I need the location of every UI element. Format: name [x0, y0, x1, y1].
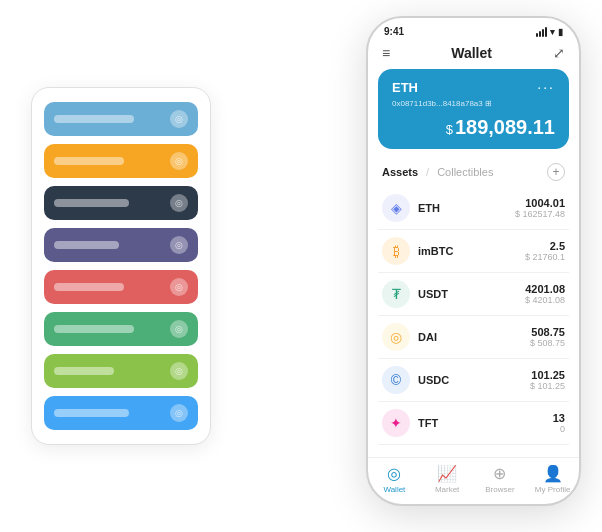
card-item-4[interactable]: ◎: [44, 270, 198, 304]
asset-usd-5: 0: [553, 424, 565, 434]
nav-label-3: My Profile: [535, 485, 571, 494]
phone-header: ≡ Wallet ⤢: [368, 41, 579, 69]
card-icon-1: ◎: [170, 152, 188, 170]
asset-icon-4: ©: [382, 366, 410, 394]
assets-header: Assets / Collectibles +: [368, 159, 579, 187]
asset-amounts-2: 4201.08 $ 4201.08: [525, 283, 565, 305]
balance-amount: 189,089.11: [455, 116, 555, 138]
nav-item-browser[interactable]: ⊕ Browser: [474, 464, 527, 494]
card-stack: ◎ ◎ ◎ ◎ ◎ ◎ ◎ ◎: [31, 87, 211, 445]
asset-amount-3: 508.75: [530, 326, 565, 338]
eth-card-balance: $189,089.11: [392, 116, 555, 139]
eth-card-header: ETH ···: [392, 79, 555, 95]
page-title: Wallet: [451, 45, 492, 61]
assets-tabs: Assets / Collectibles: [382, 166, 493, 178]
asset-icon-1: ₿: [382, 237, 410, 265]
asset-usd-3: $ 508.75: [530, 338, 565, 348]
card-icon-7: ◎: [170, 404, 188, 422]
asset-name-3: DAI: [418, 331, 530, 343]
asset-amount-1: 2.5: [525, 240, 565, 252]
card-item-7[interactable]: ◎: [44, 396, 198, 430]
nav-label-2: Browser: [485, 485, 514, 494]
asset-amount-0: 1004.01: [515, 197, 565, 209]
asset-name-0: ETH: [418, 202, 515, 214]
card-icon-2: ◎: [170, 194, 188, 212]
expand-icon[interactable]: ⤢: [553, 45, 565, 61]
asset-item-0[interactable]: ◈ ETH 1004.01 $ 162517.48: [378, 187, 569, 230]
scene: ◎ ◎ ◎ ◎ ◎ ◎ ◎ ◎ 9:41: [21, 16, 581, 516]
asset-usd-4: $ 101.25: [530, 381, 565, 391]
tab-divider: /: [426, 166, 429, 178]
asset-item-4[interactable]: © USDC 101.25 $ 101.25: [378, 359, 569, 402]
time-label: 9:41: [384, 26, 404, 37]
asset-list: ◈ ETH 1004.01 $ 162517.48 ₿ imBTC 2.5 $ …: [368, 187, 579, 457]
asset-amounts-1: 2.5 $ 21760.1: [525, 240, 565, 262]
asset-name-2: USDT: [418, 288, 525, 300]
asset-usd-2: $ 4201.08: [525, 295, 565, 305]
asset-icon-0: ◈: [382, 194, 410, 222]
signal-icon: [536, 27, 547, 37]
bottom-nav: ◎ Wallet 📈 Market ⊕ Browser 👤 My Profile: [368, 457, 579, 504]
card-item-2[interactable]: ◎: [44, 186, 198, 220]
nav-label-0: Wallet: [383, 485, 405, 494]
card-item-6[interactable]: ◎: [44, 354, 198, 388]
asset-amounts-4: 101.25 $ 101.25: [530, 369, 565, 391]
nav-icon-1: 📈: [437, 464, 457, 483]
nav-icon-0: ◎: [387, 464, 401, 483]
card-item-3[interactable]: ◎: [44, 228, 198, 262]
asset-item-1[interactable]: ₿ imBTC 2.5 $ 21760.1: [378, 230, 569, 273]
card-icon-5: ◎: [170, 320, 188, 338]
asset-amounts-3: 508.75 $ 508.75: [530, 326, 565, 348]
currency-symbol: $: [446, 122, 453, 137]
eth-card-menu[interactable]: ···: [537, 79, 555, 95]
eth-card-title: ETH: [392, 80, 418, 95]
tab-assets[interactable]: Assets: [382, 166, 418, 178]
asset-amount-4: 101.25: [530, 369, 565, 381]
asset-amount-5: 13: [553, 412, 565, 424]
card-item-0[interactable]: ◎: [44, 102, 198, 136]
asset-name-1: imBTC: [418, 245, 525, 257]
asset-amounts-5: 13 0: [553, 412, 565, 434]
eth-card[interactable]: ETH ··· 0x08711d3b...8418a78a3 ⊞ $189,08…: [378, 69, 569, 149]
nav-label-1: Market: [435, 485, 459, 494]
menu-icon[interactable]: ≡: [382, 45, 390, 61]
nav-item-market[interactable]: 📈 Market: [421, 464, 474, 494]
status-icons: ▾ ▮: [536, 27, 563, 37]
asset-amounts-0: 1004.01 $ 162517.48: [515, 197, 565, 219]
asset-icon-3: ◎: [382, 323, 410, 351]
asset-usd-1: $ 21760.1: [525, 252, 565, 262]
card-icon-4: ◎: [170, 278, 188, 296]
asset-icon-5: ✦: [382, 409, 410, 437]
nav-item-my-profile[interactable]: 👤 My Profile: [526, 464, 579, 494]
asset-item-2[interactable]: ₮ USDT 4201.08 $ 4201.08: [378, 273, 569, 316]
add-asset-button[interactable]: +: [547, 163, 565, 181]
asset-name-5: TFT: [418, 417, 553, 429]
nav-icon-3: 👤: [543, 464, 563, 483]
asset-amount-2: 4201.08: [525, 283, 565, 295]
card-icon-0: ◎: [170, 110, 188, 128]
asset-usd-0: $ 162517.48: [515, 209, 565, 219]
wifi-icon: ▾: [550, 27, 555, 37]
asset-name-4: USDC: [418, 374, 530, 386]
phone: 9:41 ▾ ▮ ≡ Wallet ⤢ ETH ···: [366, 16, 581, 506]
card-icon-6: ◎: [170, 362, 188, 380]
nav-item-wallet[interactable]: ◎ Wallet: [368, 464, 421, 494]
asset-icon-2: ₮: [382, 280, 410, 308]
card-item-5[interactable]: ◎: [44, 312, 198, 346]
tab-collectibles[interactable]: Collectibles: [437, 166, 493, 178]
battery-icon: ▮: [558, 27, 563, 37]
asset-item-3[interactable]: ◎ DAI 508.75 $ 508.75: [378, 316, 569, 359]
asset-item-5[interactable]: ✦ TFT 13 0: [378, 402, 569, 445]
card-icon-3: ◎: [170, 236, 188, 254]
status-bar: 9:41 ▾ ▮: [368, 18, 579, 41]
card-item-1[interactable]: ◎: [44, 144, 198, 178]
eth-card-address: 0x08711d3b...8418a78a3 ⊞: [392, 99, 555, 108]
nav-icon-2: ⊕: [493, 464, 506, 483]
